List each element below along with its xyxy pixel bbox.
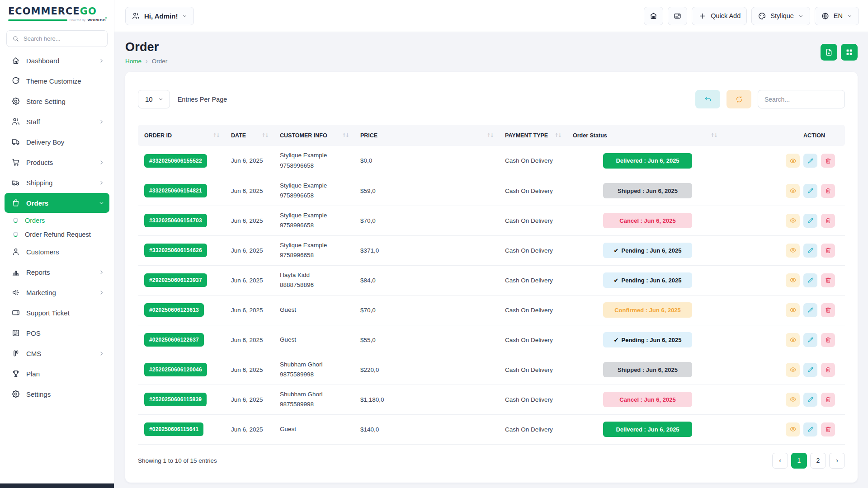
- refresh-button[interactable]: [726, 90, 751, 108]
- undo-button[interactable]: [695, 90, 720, 108]
- sidebar-item-store-setting[interactable]: Store Setting: [5, 91, 109, 111]
- prev-page-button[interactable]: ‹: [772, 453, 788, 469]
- sidebar-item-products[interactable]: Products: [5, 152, 109, 172]
- sidebar-item-customers[interactable]: Customers: [5, 242, 109, 262]
- view-order-button[interactable]: [786, 244, 800, 258]
- pagination: ‹12›: [772, 453, 845, 469]
- edit-order-button[interactable]: [803, 422, 817, 436]
- order-id-badge[interactable]: #3320250606154626: [144, 244, 207, 257]
- sidebar-search-input[interactable]: [24, 35, 102, 42]
- page-button-2[interactable]: 2: [810, 453, 826, 469]
- order-id-badge[interactable]: #3320250606154703: [144, 214, 207, 227]
- sidebar-item-pos[interactable]: POS: [5, 323, 109, 343]
- sidebar-item-dashboard[interactable]: Dashboard: [5, 51, 109, 70]
- trophy-icon: [11, 369, 20, 378]
- mail-button[interactable]: [668, 7, 687, 25]
- trash-icon: [825, 306, 832, 314]
- sidebar-item-cms[interactable]: CMS: [5, 343, 109, 363]
- delete-order-button[interactable]: [821, 363, 835, 377]
- order-row: #2920250606123937Jun 6, 2025Hayfa Kidd88…: [138, 265, 845, 295]
- order-id-badge[interactable]: #020250606115641: [144, 422, 203, 436]
- view-order-button[interactable]: [786, 214, 800, 228]
- edit-order-button[interactable]: [803, 154, 817, 168]
- delete-order-button[interactable]: [821, 393, 835, 407]
- order-id-badge[interactable]: #3320250606155522: [144, 154, 207, 168]
- sidebar-item-reports[interactable]: Reports: [5, 262, 109, 282]
- row-actions: [729, 273, 845, 287]
- column-header-payment-type[interactable]: PAYMENT TYPE↑↓: [499, 125, 566, 146]
- view-order-button[interactable]: [786, 422, 800, 436]
- eye-icon: [789, 366, 797, 373]
- order-id-badge[interactable]: #2520250606115839: [144, 393, 207, 406]
- admin-menu-button[interactable]: Hi, Admin!: [125, 7, 194, 25]
- page-button-1[interactable]: 1: [791, 453, 807, 469]
- chevron-right-icon: [98, 118, 105, 125]
- view-order-button[interactable]: [786, 333, 800, 347]
- order-id-badge[interactable]: #2920250606123937: [144, 273, 207, 287]
- storefront-button[interactable]: [644, 7, 663, 25]
- order-id-badge[interactable]: #020250606123613: [144, 303, 204, 317]
- view-order-button[interactable]: [786, 303, 800, 317]
- shipping-icon: [11, 178, 20, 187]
- view-order-button[interactable]: [786, 154, 800, 168]
- export-button[interactable]: [821, 44, 837, 61]
- delete-order-button[interactable]: [821, 333, 835, 347]
- delete-order-button[interactable]: [821, 244, 835, 258]
- delete-order-button[interactable]: [821, 273, 835, 287]
- edit-order-button[interactable]: [803, 184, 817, 198]
- sidebar-item-staff[interactable]: Staff: [5, 112, 109, 131]
- chevron-down-icon: [798, 13, 804, 19]
- sidebar-item-order-refund-request[interactable]: Order Refund Request: [5, 227, 109, 241]
- column-header-price[interactable]: PRICE↑↓: [354, 125, 499, 146]
- mail-icon: [673, 12, 682, 20]
- column-header-order-id[interactable]: ORDER ID↑↓: [138, 125, 225, 146]
- order-id-badge[interactable]: #2520250606120046: [144, 363, 207, 376]
- delete-order-button[interactable]: [821, 184, 835, 198]
- eye-icon: [789, 396, 797, 403]
- delete-order-button[interactable]: [821, 154, 835, 168]
- order-id-badge[interactable]: #3320250606154821: [144, 184, 207, 197]
- edit-order-button[interactable]: [803, 244, 817, 258]
- language-button[interactable]: EN: [815, 7, 859, 25]
- grid-view-button[interactable]: [841, 44, 858, 61]
- sidebar-item-theme-customize[interactable]: Theme Customize: [5, 71, 109, 91]
- view-order-button[interactable]: [786, 273, 800, 287]
- order-row: #3320250606154703Jun 6, 2025Stylique Exa…: [138, 206, 845, 235]
- order-date: Jun 6, 2025: [231, 188, 263, 194]
- edit-order-button[interactable]: [803, 393, 817, 407]
- sidebar-item-shipping[interactable]: Shipping: [5, 173, 109, 192]
- entries-per-page-select[interactable]: 10: [138, 90, 170, 108]
- edit-order-button[interactable]: [803, 363, 817, 377]
- sidebar-item-label: Settings: [26, 390, 105, 398]
- edit-order-button[interactable]: [803, 333, 817, 347]
- order-id-badge[interactable]: #020250606122637: [144, 333, 204, 347]
- quick-add-button[interactable]: Quick Add: [692, 7, 747, 25]
- sidebar-item-support-ticket[interactable]: Support Ticket: [5, 303, 109, 323]
- sidebar-item-delivery-boy[interactable]: Delivery Boy: [5, 132, 109, 152]
- sidebar-item-orders[interactable]: Orders: [5, 193, 109, 213]
- column-header-order-status[interactable]: Order Status↑↓: [566, 125, 722, 146]
- customer-name: Stylique Example: [280, 181, 354, 191]
- breadcrumb-home-link[interactable]: Home: [125, 58, 142, 65]
- check-icon: ✔: [614, 247, 619, 254]
- page-title: Order: [125, 40, 167, 54]
- column-header-customer-info[interactable]: CUSTOMER INFO↑↓: [274, 125, 354, 146]
- edit-order-button[interactable]: [803, 214, 817, 228]
- view-order-button[interactable]: [786, 363, 800, 377]
- delete-order-button[interactable]: [821, 422, 835, 436]
- view-order-button[interactable]: [786, 393, 800, 407]
- next-page-button[interactable]: ›: [829, 453, 845, 469]
- edit-order-button[interactable]: [803, 273, 817, 287]
- sidebar-item-marketing[interactable]: Marketing: [5, 282, 109, 302]
- view-order-button[interactable]: [786, 184, 800, 198]
- pencil-icon: [807, 366, 814, 373]
- sidebar-item-settings[interactable]: Settings: [5, 384, 109, 404]
- table-search-input[interactable]: [758, 90, 845, 108]
- delete-order-button[interactable]: [821, 214, 835, 228]
- delete-order-button[interactable]: [821, 303, 835, 317]
- sidebar-item-orders-list[interactable]: Orders: [5, 213, 109, 227]
- column-header-date[interactable]: DATE↑↓: [225, 125, 274, 146]
- edit-order-button[interactable]: [803, 303, 817, 317]
- sidebar-item-plan[interactable]: Plan: [5, 364, 109, 384]
- theme-store-button[interactable]: Stylique: [751, 7, 810, 25]
